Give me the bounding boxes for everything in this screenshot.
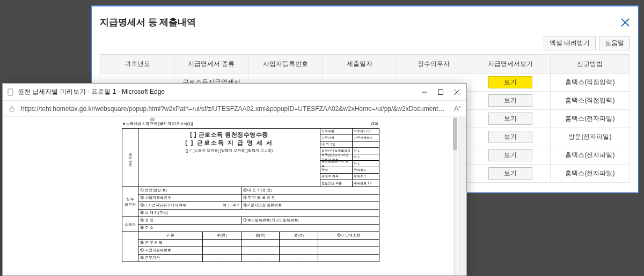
view-button[interactable]: 보기: [488, 149, 532, 161]
view-button[interactable]: 보기: [488, 94, 532, 107]
svg-rect-2: [438, 89, 443, 94]
address-bar: https://teht.hometax.go.kr/websquare/pop…: [3, 101, 466, 117]
cell-method: 홈택스(직접입력): [550, 73, 630, 92]
doc-meta-row: 종교관련종사자 여부여 1: [320, 161, 379, 167]
doc-meta-value: 세대주 1: [353, 174, 379, 180]
table-header-row: 귀속년도 지급명세서 종류 사업자등록번호 제출일자 징수의무자 지급명세서보기…: [100, 55, 630, 73]
view-button[interactable]: 보기: [488, 167, 532, 180]
panel-header: 지급명세서 등 제출내역: [100, 16, 630, 36]
doc-meta-label: 거주지국: [320, 135, 353, 141]
popup-content: ■ 소득세법 시행규칙 [별지 제24호서식(1)] (3쪽 관리 번호 [ ]…: [3, 117, 466, 275]
field-unit-tax: ③-1 사업자단위과세자 여부 여 1 / 부 2: [138, 202, 241, 210]
popup-titlebar[interactable]: 원천 납세자별 미리보기 - 프로필 1 - Microsoft Edge: [3, 84, 466, 101]
url-text[interactable]: https://teht.hometax.go.kr/websquare/pop…: [21, 105, 449, 113]
doc-meta-row: 거주구분거주자1 / 비: [320, 129, 379, 135]
field-biz-no: ③ 사업자등록번호: [138, 195, 241, 202]
cell-view: 보기: [471, 146, 550, 165]
field-rep-name: ② 대 표 자(성 명): [241, 187, 379, 195]
cell-view: 보기: [471, 128, 550, 146]
cell-method: 방문(전자파일): [550, 128, 630, 146]
cell-view: 보기: [471, 110, 550, 128]
cell-method: 홈택스(전자파일): [550, 146, 630, 165]
doc-meta-value: 여 1: [353, 161, 379, 167]
panel-title: 지급명세서 등 제출내역: [100, 16, 196, 28]
doc-title-box: 관리 번호 [ ] 근로소득 원천징수영수증 [ ] 근로소득 지 급 명 세 …: [122, 128, 379, 187]
field-corp-name: ① 법인명(상 호): [138, 187, 241, 195]
popup-title-text: 원천 납세자별 미리보기 - 프로필 1 - Microsoft Edge: [18, 87, 421, 96]
col-view: 지급명세서보기: [471, 55, 550, 73]
svg-rect-3: [10, 108, 14, 111]
col-bizno: 사업자등록번호: [248, 55, 323, 73]
view-button[interactable]: 보기: [488, 76, 532, 88]
cell-view: 보기: [471, 73, 550, 92]
doc-meta-label: 국적: [320, 167, 353, 173]
col-type: 지급명세서 종류: [174, 55, 248, 73]
doc-meta-value: 거주지국코드: [353, 135, 379, 141]
col-prev1: 종(전): [241, 232, 280, 240]
field-resident-no2: ⑦ 주민등록번호(외국인등록번호): [241, 217, 379, 225]
view-button[interactable]: 보기: [488, 113, 532, 125]
field-sub-biz-seq: ③-2 종사업장 일련번호: [241, 202, 379, 210]
col-prev2: 종(전): [280, 232, 318, 240]
doc-meta-row: 연말정산 구분계속근로 1 /: [320, 180, 379, 187]
document-page: ■ 소득세법 시행규칙 [별지 제24호서식(1)] (3쪽 관리 번호 [ ]…: [122, 121, 379, 275]
doc-meta-value: 여 1: [353, 148, 379, 154]
row-period: ⑪ 근무기간: [138, 255, 203, 262]
site-info-icon[interactable]: [8, 105, 16, 113]
view-button[interactable]: 보기: [488, 131, 532, 143]
maximize-button[interactable]: [437, 89, 444, 95]
preview-popup-window: 원천 납세자별 미리보기 - 프로필 1 - Microsoft Edge ht…: [2, 83, 467, 276]
field-resident-no: ④ 주 민 등 록 번 호: [241, 195, 379, 202]
col-year: 귀속년도: [100, 55, 174, 73]
doc-meta-row: 거주지국거주지국코드: [320, 135, 379, 141]
field-name: ⑥ 성 명: [138, 217, 241, 225]
doc-meta-row: 국적국적코드: [320, 167, 379, 174]
doc-meta-row: 세대주 여부세대주 1: [320, 174, 379, 180]
obligor-label: 징 수 의무자: [122, 187, 138, 217]
doc-meta-value: 거주자1 / 비: [353, 129, 379, 135]
cell-view: 보기: [471, 165, 550, 183]
excel-download-button[interactable]: 엑셀 내려받기: [544, 36, 596, 50]
doc-page-mark: (3쪽: [371, 121, 378, 126]
doc-mgmt-no-cell: 관리 번호: [122, 129, 138, 187]
cell-view: 보기: [471, 92, 550, 110]
cell-method: 홈택스(직접입력): [550, 92, 630, 110]
page-icon: [7, 88, 14, 96]
doc-meta-value: [353, 144, 379, 145]
section-label: 구 분: [138, 232, 203, 240]
cell-method: 홈택스(전자파일): [550, 110, 630, 128]
doc-subtitle: ([ ✓ ]소득자 보관용[ ]발행자 보관용[ ]발행자 보고용): [140, 148, 319, 153]
recipient-label: 소득자: [122, 217, 138, 232]
doc-meta-value: 계속근로 1 /: [353, 181, 379, 187]
read-aloud-icon[interactable]: A»: [454, 105, 461, 113]
doc-right-scrollbar[interactable]: [453, 117, 457, 275]
doc-form-table: 징 수 의무자 ① 법인명(상 호) ② 대 표 자(성 명) ③ 사업자등록번…: [122, 187, 379, 232]
doc-meta-label: 세대주 여부: [320, 174, 353, 180]
section-side: [122, 232, 138, 262]
doc-title-2: [ ] 근로소득 지 급 명 세 서: [140, 139, 319, 147]
doc-meta-row: 내·외국인: [320, 141, 379, 148]
col-method: 신고방법: [550, 55, 630, 73]
svg-rect-0: [8, 89, 13, 95]
minimize-button[interactable]: [421, 89, 428, 95]
window-controls: [421, 89, 462, 95]
field-address1: ⑤ 소 재 지(주소): [138, 210, 379, 217]
doc-meta-label: 연말정산 구분: [320, 181, 353, 187]
col-total: ⑯-1 납세조합: [318, 232, 379, 240]
popup-scrollbar[interactable]: [458, 117, 466, 275]
doc-section-table: 구 분 주(현) 종(전) 종(전) ⑯-1 납세조합 ⑨ 근 무 처 명 ⑩ …: [122, 232, 379, 262]
doc-rule-ref: ■ 소득세법 시행규칙 [별지 제24호서식(1)]: [123, 121, 193, 126]
help-button[interactable]: 도움말: [599, 36, 630, 50]
doc-title-1: [ ] 근로소득 원천징수영수증: [140, 131, 319, 139]
field-address2: ⑧ 주 소: [138, 225, 379, 232]
close-button[interactable]: [453, 89, 460, 95]
cell-method: 홈택스(전자파일): [550, 165, 630, 183]
close-icon[interactable]: [620, 18, 630, 27]
doc-meta-value: 국적코드: [353, 167, 379, 173]
col-main: 주(현): [202, 232, 241, 240]
row-workplace: ⑨ 근 무 처 명: [138, 240, 203, 247]
doc-meta-label: 거주구분: [320, 129, 353, 135]
doc-meta-label: 내·외국인: [320, 141, 353, 147]
doc-meta-value: 여 1: [353, 154, 379, 160]
toolbar: 엑셀 내려받기 도움말: [100, 36, 630, 50]
